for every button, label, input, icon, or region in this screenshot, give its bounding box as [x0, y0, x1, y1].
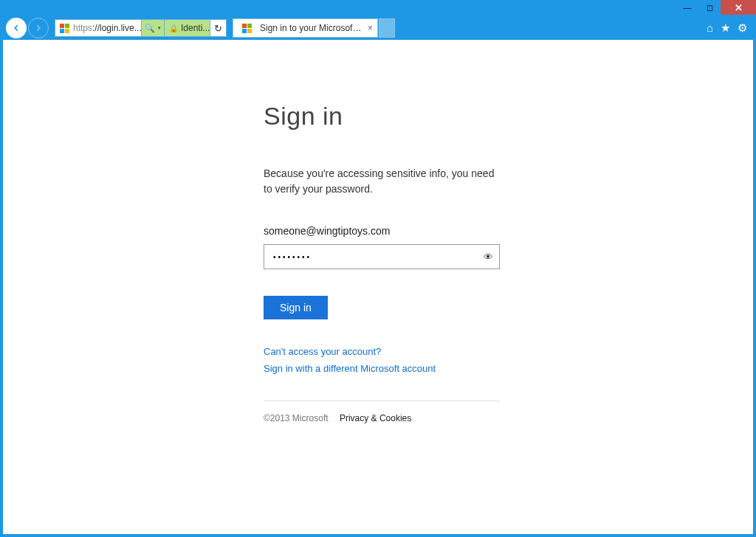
favorites-icon[interactable]: ★ — [721, 21, 730, 35]
address-bar[interactable]: https://login.live.... 🔍 ▾ 🔒 Identi... ↻ — [55, 19, 227, 37]
verify-explanation: Because you're accessing sensitive info,… — [264, 166, 500, 197]
password-input[interactable]: •••••••• 👁 — [264, 244, 500, 269]
refresh-button[interactable]: ↻ — [210, 19, 227, 37]
new-tab-button[interactable] — [379, 18, 395, 38]
browser-tab[interactable]: Sign in to your Microsoft ac... × — [233, 18, 378, 38]
tab-close-button[interactable]: × — [368, 23, 373, 33]
nav-back-button[interactable] — [6, 18, 27, 38]
address-identity-segment[interactable]: 🔒 Identi... — [165, 19, 210, 37]
address-url-text: https://login.live.... — [73, 23, 141, 33]
page-viewport: Sign in Because you're accessing sensiti… — [3, 40, 753, 534]
window-close-button[interactable]: ✕ — [721, 0, 756, 15]
browser-toolbar: https://login.live.... 🔍 ▾ 🔒 Identi... ↻… — [0, 16, 756, 40]
arrow-left-icon — [11, 23, 21, 33]
nav-forward-button[interactable] — [28, 18, 49, 38]
reveal-password-icon[interactable]: 👁 — [484, 252, 493, 263]
home-icon[interactable]: ⌂ — [707, 21, 713, 35]
address-url-segment[interactable]: https://login.live.... — [55, 19, 142, 37]
tab-title: Sign in to your Microsoft ac... — [260, 23, 363, 33]
signin-form: Sign in Because you're accessing sensiti… — [264, 102, 500, 423]
dropdown-icon: ▾ — [158, 25, 161, 31]
address-search-segment[interactable]: 🔍 ▾ — [142, 19, 165, 37]
window-maximize-button[interactable]: ◻ — [698, 0, 721, 15]
arrow-right-icon — [33, 23, 44, 33]
window-minimize-button[interactable]: — — [676, 0, 698, 15]
page-heading: Sign in — [264, 102, 500, 131]
microsoft-favicon-icon — [241, 23, 252, 33]
refresh-icon: ↻ — [214, 23, 222, 34]
page-footer: ©2013 Microsoft Privacy & Cookies — [264, 401, 500, 423]
search-icon: 🔍 — [145, 24, 155, 33]
privacy-cookies-link[interactable]: Privacy & Cookies — [340, 413, 411, 423]
lock-icon: 🔒 — [169, 24, 178, 32]
copyright-text: ©2013 Microsoft — [264, 413, 329, 423]
identity-label: Identi... — [181, 23, 210, 33]
toolbar-right-icons: ⌂ ★ ⚙ — [707, 21, 750, 35]
signin-button[interactable]: Sign in — [264, 296, 328, 319]
cant-access-link[interactable]: Can't access your account? — [264, 346, 500, 357]
microsoft-favicon-icon — [59, 23, 69, 33]
password-mask: •••••••• — [273, 253, 312, 261]
different-account-link[interactable]: Sign in with a different Microsoft accou… — [264, 363, 500, 374]
settings-icon[interactable]: ⚙ — [738, 21, 747, 35]
window-titlebar: — ◻ ✕ — [0, 0, 756, 16]
account-email: someone@wingtiptoys.com — [264, 225, 500, 237]
window-controls: — ◻ ✕ — [676, 0, 756, 15]
